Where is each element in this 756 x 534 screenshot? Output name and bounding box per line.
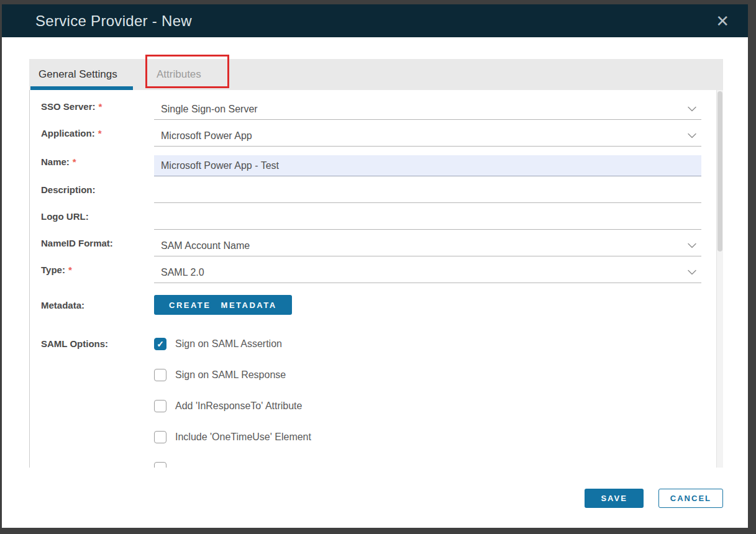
field-value: Single Sign-on Server: [161, 104, 688, 115]
check-icon: ✓: [157, 340, 164, 348]
form-field-row: SSO Server: * Single Sign-on Server: [41, 93, 701, 120]
field-control[interactable]: Single Sign-on Server: [154, 99, 701, 120]
screenshot-frame: Service Provider - New ✕ General Setting…: [0, 0, 756, 534]
form-field-row: Name: * Microsoft Power App - Test: [41, 147, 701, 176]
field-label: Name:: [41, 156, 70, 167]
dialog-footer: SAVE CANCEL: [585, 489, 723, 508]
chevron-down-icon[interactable]: [688, 106, 696, 112]
field-control[interactable]: SAM Account Name: [154, 235, 701, 256]
checkbox-icon[interactable]: ✓: [154, 369, 166, 381]
field-label-saml-options: SAML Options:: [41, 338, 154, 468]
field-label-metadata: Metadata:: [41, 300, 154, 310]
dialog-title: Service Provider - New: [35, 12, 192, 30]
required-asterisk: *: [99, 101, 102, 112]
chevron-down-icon[interactable]: [688, 269, 696, 275]
saml-option-item[interactable]: ✓ Include 'OneTimeUse' Element: [154, 431, 701, 443]
dialog-header: Service Provider - New ✕: [2, 4, 748, 37]
save-button[interactable]: SAVE: [585, 489, 643, 508]
saml-option-item[interactable]: ✓ Add 'InResponseTo' Attribute: [154, 400, 701, 412]
field-control[interactable]: Microsoft Power App - Test: [154, 155, 701, 176]
saml-options-label: SAML Options:: [41, 338, 108, 349]
saml-option-label: Add 'InResponseTo' Attribute: [175, 400, 302, 412]
chevron-down-icon[interactable]: [688, 243, 696, 248]
field-label: SSO Server:: [41, 101, 96, 112]
field-label: Logo URL:: [41, 211, 89, 222]
field-value: Microsoft Power App - Test: [161, 160, 701, 171]
saml-options-row: SAML Options: ✓ Sign on SAML Assertion ✓…: [41, 338, 701, 468]
checkbox-icon[interactable]: ✓: [154, 462, 166, 468]
tab-general-settings-label: General Settings: [39, 68, 117, 81]
field-control[interactable]: [154, 209, 701, 230]
close-icon[interactable]: ✕: [712, 12, 733, 30]
field-value: SAML 2.0: [161, 267, 688, 278]
create-metadata-button[interactable]: CREATE METADATA: [154, 295, 292, 315]
field-control[interactable]: SAML 2.0: [154, 262, 701, 283]
saml-option-item[interactable]: ✓ Sign on SAML Response: [154, 369, 701, 381]
required-asterisk: *: [98, 128, 102, 138]
field-control[interactable]: [154, 182, 701, 203]
field-value: Microsoft Power App: [161, 130, 688, 142]
form-field-row: Type: * SAML 2.0: [41, 256, 701, 283]
tab-general-settings[interactable]: General Settings: [29, 59, 134, 90]
checkbox-icon[interactable]: ✓: [154, 431, 166, 443]
saml-option-label: Sign on SAML Response: [175, 369, 286, 381]
saml-option-label: Sign on SAML Assertion: [175, 338, 282, 350]
field-label: Type:: [41, 265, 65, 275]
metadata-label: Metadata:: [41, 300, 84, 310]
checkbox-icon[interactable]: ✓: [154, 400, 166, 412]
required-asterisk: *: [73, 156, 76, 167]
saml-option-item[interactable]: ✓ Sign on SAML Assertion: [154, 338, 701, 350]
field-control[interactable]: Microsoft Power App: [154, 125, 701, 147]
metadata-row: Metadata: CREATE METADATA: [41, 291, 701, 319]
field-label: NameID Format:: [41, 238, 113, 248]
tab-attributes[interactable]: Attributes: [155, 59, 203, 90]
vertical-scrollbar[interactable]: [716, 90, 723, 468]
required-asterisk: *: [68, 265, 72, 275]
form-field-row: Logo URL: *: [41, 203, 701, 230]
tab-bar: General Settings Attributes: [29, 59, 723, 90]
form-fields: SSO Server: * Single Sign-on Server Appl…: [41, 93, 701, 283]
general-settings-panel: SSO Server: * Single Sign-on Server Appl…: [29, 90, 723, 468]
tab-attributes-label: Attributes: [157, 68, 201, 81]
saml-option-item[interactable]: ✓: [154, 462, 701, 468]
saml-option-label: Include 'OneTimeUse' Element: [175, 432, 311, 443]
field-label: Description:: [41, 184, 96, 195]
scrollbar-thumb[interactable]: [717, 91, 722, 251]
chevron-down-icon[interactable]: [688, 133, 696, 138]
form-field-row: NameID Format: * SAM Account Name: [41, 230, 701, 256]
form-field-row: Description: *: [41, 176, 701, 203]
field-label: Application:: [41, 128, 95, 138]
service-provider-dialog: Service Provider - New ✕ General Setting…: [2, 4, 748, 528]
checkbox-icon[interactable]: ✓: [154, 338, 166, 350]
form: SSO Server: * Single Sign-on Server Appl…: [30, 90, 723, 468]
field-value: SAM Account Name: [161, 240, 688, 251]
form-field-row: Application: * Microsoft Power App: [41, 120, 701, 147]
saml-options-list: ✓ Sign on SAML Assertion ✓ Sign on SAML …: [154, 338, 701, 468]
cancel-button[interactable]: CANCEL: [658, 489, 723, 508]
